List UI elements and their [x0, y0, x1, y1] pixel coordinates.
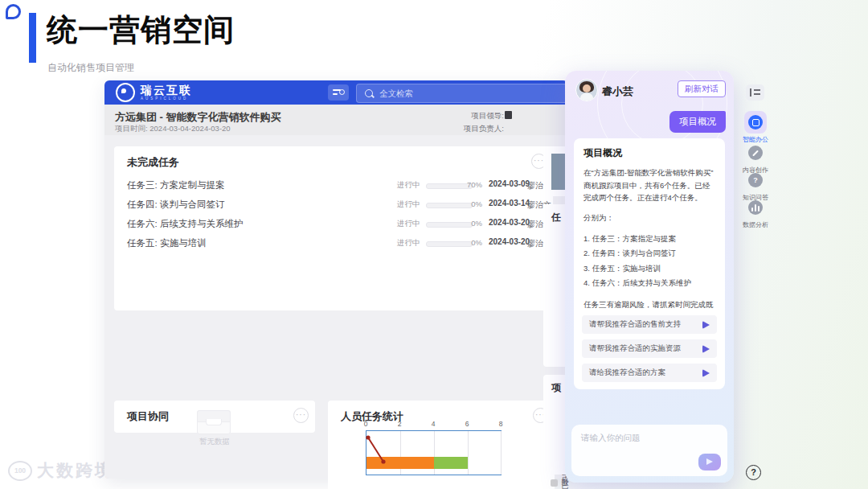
axis-tick: 8 — [499, 420, 503, 428]
send-plane-icon — [706, 458, 713, 465]
task-percent: 70% — [461, 180, 482, 189]
mini-magnifier-icon — [339, 89, 345, 95]
card-title: 项目协同 — [127, 409, 169, 424]
task-date: 2024-03-20 — [489, 237, 530, 246]
project-time: 项目时间: 2024-03-04-2024-03-20 — [115, 124, 231, 134]
help-icon[interactable]: ? — [746, 465, 761, 480]
card-title: 未完成任务 — [127, 155, 179, 170]
clipped-card-title: 任 — [551, 211, 561, 224]
axis-tick: 0 — [364, 420, 368, 428]
sidebar-item-data-analysis[interactable]: 数据分析 — [739, 196, 772, 229]
reply-list-item: 2. 任务四：谈判与合同签订 — [583, 246, 715, 261]
watermark-text: 大数跨境 — [37, 459, 114, 482]
brand-swirl-icon — [116, 83, 135, 102]
task-name: 任务六: 后续支持与关系维护 — [127, 218, 243, 230]
project-owner-label: 项目负责人: — [464, 124, 504, 134]
watermark-logo: 100 大数跨境 — [8, 459, 114, 482]
watermark-mark-icon: 100 — [8, 461, 32, 481]
send-arrow-icon — [702, 369, 710, 377]
content-creation-icon — [748, 146, 763, 160]
suggestion-text: 请帮我推荐合适的售前支持 — [589, 319, 681, 330]
app-window: 瑞云互联 AUSPICLOUD 方远集团 - 智能数字化营销软件购买 项目时间:… — [104, 80, 568, 479]
task-percent: 0% — [461, 199, 482, 208]
task-row[interactable]: 任务六: 后续支持与关系维护 进行中 0% 2024-03-20 廖治文 — [114, 216, 553, 233]
task-bar-chart: 0 2 4 6 8 — [366, 420, 551, 484]
reply-list-item: 1. 任务三：方案指定与提案 — [583, 232, 715, 247]
plot-area — [366, 430, 502, 475]
project-title: 方远集团 - 智能数字化营销软件购买 — [115, 110, 281, 125]
ai-assistant-panel: 睿小芸 刷新对话 项目概况 项目概况 在“方远集团-智能数字化营销软件购买”商机… — [565, 71, 734, 483]
advanced-search-button[interactable] — [328, 84, 349, 101]
axis-tick: 4 — [432, 420, 436, 428]
overdue-line — [366, 431, 502, 475]
send-arrow-icon — [702, 345, 710, 353]
assistant-name: 睿小芸 — [602, 84, 633, 99]
knowledge-qa-icon: ? — [748, 173, 763, 187]
suggestion-text: 请给我推荐合适的方案 — [589, 368, 665, 378]
sidebar-item-smart-office[interactable]: 智能办公 — [739, 111, 772, 144]
task-row[interactable]: 任务四: 谈判与合同签订 进行中 0% 2024-03-14 廖治文 — [114, 196, 553, 214]
task-date: 2024-03-14 — [489, 199, 530, 208]
reply-title: 项目概况 — [583, 146, 715, 160]
task-date: 2024-03-09 — [489, 179, 530, 188]
task-name: 任务四: 谈判与合同签订 — [127, 199, 224, 211]
task-name: 任务三: 方案定制与提案 — [127, 179, 224, 191]
search-icon — [365, 89, 373, 97]
legend-swatch — [551, 479, 558, 487]
task-status: 进行中 — [397, 238, 420, 249]
page-subtitle: 自动化销售项目管理 — [47, 61, 134, 75]
unfinished-tasks-card: 未完成任务 ··· 任务三: 方案定制与提案 进行中 70% 2024-03-0… — [114, 146, 553, 310]
reply-list-item: 4. 任务六：后续支持与关系维护 — [583, 276, 715, 291]
send-button[interactable] — [698, 454, 721, 471]
clipped-card-title: 项 — [551, 381, 561, 395]
avatar — [575, 79, 598, 101]
axis-tick: 6 — [465, 420, 469, 428]
clipped-name-fragment — [505, 111, 512, 119]
smart-office-icon — [748, 115, 763, 129]
reply-paragraph: 分别为： — [583, 212, 715, 224]
brand-subname: AUSPICLOUD — [141, 97, 192, 101]
refresh-chat-button[interactable]: 刷新对话 — [678, 80, 726, 97]
personnel-task-stats-card: 人员任务统计 ··· 0 2 4 6 8 — [328, 401, 555, 489]
task-row[interactable]: 任务五: 实施与培训 进行中 0% 2024-03-20 廖治文 — [114, 235, 553, 253]
task-name: 任务五: 实施与培训 — [127, 237, 206, 249]
chat-header: 睿小芸 刷新对话 — [565, 71, 734, 106]
suggestion-button[interactable]: 请给我推荐合适的方案 — [582, 364, 717, 382]
data-analysis-icon — [748, 200, 763, 215]
task-status: 进行中 — [397, 199, 420, 210]
axis-tick: 2 — [398, 420, 402, 428]
empty-inbox-icon — [197, 410, 232, 434]
empty-state-text: 暂无数据 — [190, 437, 239, 447]
task-percent: 0% — [461, 219, 482, 228]
more-options-icon[interactable]: ··· — [293, 408, 309, 423]
suggestion-button[interactable]: 请帮我推荐合适的售前支持 — [582, 315, 717, 334]
x-axis-ticks: 0 2 4 6 8 — [366, 420, 501, 428]
sidebar-item-label: 数据分析 — [739, 220, 772, 229]
task-percent: 0% — [461, 238, 482, 247]
question-input-card — [571, 425, 727, 476]
task-status: 进行中 — [397, 219, 420, 229]
brand-logo: 瑞云互联 AUSPICLOUD — [116, 83, 192, 102]
task-status: 进行中 — [397, 180, 420, 191]
suggestion-button[interactable]: 请帮我推荐合适的实施资源 — [582, 339, 717, 358]
brand-name: 瑞云互联 — [141, 84, 192, 96]
send-arrow-icon — [702, 321, 710, 329]
project-leader-label: 项目领导: — [471, 111, 504, 121]
suggestions-card: 请帮我推荐合适的售前支持 请帮我推荐合适的实施资源 请给我推荐合适的方案 — [574, 308, 725, 389]
reply-paragraph: 在“方远集团-智能数字化营销软件购买”商机跟踪项目中，共有6个任务。已经完成两个… — [583, 166, 715, 204]
app-content-area: 未完成任务 ··· 任务三: 方案定制与提案 进行中 70% 2024-03-0… — [104, 135, 568, 479]
user-message-bubble: 项目概况 — [669, 111, 726, 133]
reply-list-item: 3. 任务五：实施与培训 — [583, 261, 715, 277]
suggestion-text: 请帮我推荐合适的实施资源 — [589, 343, 681, 354]
project-info-bar: 方远集团 - 智能数字化营销软件购买 项目时间: 2024-03-04-2024… — [104, 105, 568, 135]
task-row[interactable]: 任务三: 方案定制与提案 进行中 70% 2024-03-09 廖治文 — [114, 177, 553, 195]
legend-label: 已超期 — [562, 481, 574, 489]
page-title: 统一营销空间 — [47, 10, 235, 51]
app-header: 瑞云互联 AUSPICLOUD — [104, 80, 568, 105]
task-date: 2024-03-20 — [489, 218, 530, 227]
corner-logo-icon — [6, 4, 21, 19]
collapse-panel-icon[interactable] — [746, 84, 764, 101]
title-accent-bar — [29, 13, 36, 63]
empty-state: 暂无数据 — [190, 410, 239, 447]
